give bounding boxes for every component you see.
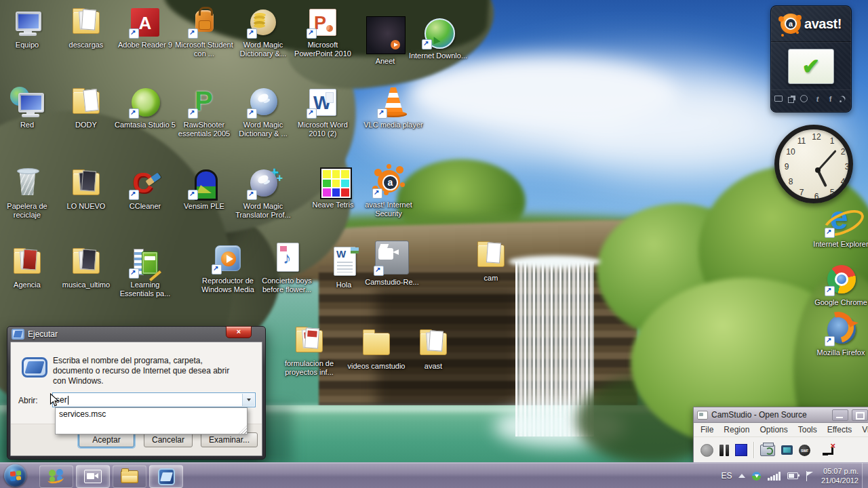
desktop-icon-avast-folder[interactable]: avast — [402, 327, 465, 371]
minimize-button[interactable] — [832, 409, 848, 421]
image-icon[interactable] — [781, 445, 793, 455]
folder-icon — [416, 327, 450, 361]
desktop-icon-formulacion[interactable]: formulacion de proyectos inf... — [278, 324, 340, 377]
shortcut-arrow-icon — [247, 28, 257, 39]
twitter-icon[interactable] — [813, 95, 822, 103]
start-button[interactable] — [4, 464, 26, 487]
avast-status-panel — [788, 49, 834, 84]
stop-button[interactable] — [735, 444, 747, 456]
desktop-icon-concierto[interactable]: Concierto boys before flower... — [256, 241, 318, 294]
desktop-icon-vlc[interactable]: VLC media player — [362, 85, 425, 129]
windows-flag-icon — [10, 470, 21, 481]
toolbar-separator — [753, 442, 754, 458]
clock-gadget[interactable]: 12 1 2 3 4 5 6 7 8 9 10 11 — [774, 125, 853, 203]
close-button[interactable]: × — [226, 326, 252, 338]
desktop-icon-dody[interactable]: DODY — [55, 85, 117, 129]
avi-frames-icon[interactable] — [760, 445, 775, 456]
desktop-icon-word[interactable]: Microsoft Word 2010 (2) — [292, 85, 354, 138]
clock-center — [815, 167, 821, 173]
menu-file[interactable]: File — [701, 425, 713, 434]
taskbar-button-explorer[interactable] — [113, 465, 146, 488]
desktop[interactable]: Equipo descargas Adobe Reader 9 Microsof… — [0, 0, 868, 488]
desktop-icon-videos-camstudio[interactable]: videos camstudio — [345, 327, 408, 371]
shortcut-arrow-icon — [129, 28, 139, 39]
rss-icon[interactable] — [839, 95, 848, 103]
clock-tray[interactable]: 05:07 p.m. 21/04/2012 — [821, 466, 859, 485]
ccleaner-icon — [128, 167, 162, 201]
desktop-icon-cam[interactable]: cam — [460, 239, 522, 283]
maximize-button[interactable] — [852, 409, 868, 421]
desktop-icon-internet-explorer[interactable]: Internet Explorer — [810, 205, 868, 249]
desktop-icon-mozilla-firefox[interactable]: Mozilla Firefox — [810, 313, 868, 357]
desktop-icon-word-magic-dictionary[interactable]: Word Magic Dictionary &... — [232, 5, 294, 58]
text-caret — [68, 396, 68, 405]
desktop-icon-neave-tetris[interactable]: Neave Tetris — [302, 165, 364, 209]
taskbar-button-run[interactable] — [149, 465, 183, 488]
pages-icon[interactable] — [787, 95, 796, 103]
screen-icon[interactable] — [774, 95, 783, 103]
battery-icon[interactable] — [787, 472, 798, 479]
vlc-cone-icon — [376, 85, 410, 119]
action-center-flag-icon[interactable] — [805, 471, 814, 481]
taskbar-button-camstudio[interactable] — [76, 465, 110, 488]
desktop-icon-red[interactable]: Red — [0, 85, 58, 129]
camstudio-titlebar[interactable]: CamStudio - Open Source — [694, 407, 868, 423]
facebook-icon[interactable] — [826, 95, 835, 103]
show-desktop-button[interactable] — [862, 463, 868, 488]
autocomplete-item[interactable]: services.msc — [56, 408, 247, 420]
globe-icon[interactable] — [800, 95, 809, 103]
desktop-icon-word-magic-dictionary-2[interactable]: Word Magic Dictionary & ... — [232, 85, 294, 138]
desktop-icon-agencia[interactable]: Agencia — [0, 245, 58, 289]
pause-button[interactable] — [719, 445, 729, 456]
desktop-icon-windows-media-player[interactable]: Reproductor de Windows Media — [197, 241, 259, 294]
desktop-icon-rawshooter[interactable]: RawShooter essentials 2005 — [173, 85, 235, 138]
cancelar-button[interactable]: Cancelar — [144, 432, 193, 447]
shortcut-arrow-icon — [188, 190, 198, 200]
play-badge-icon — [391, 40, 400, 49]
open-input[interactable]: ser — [52, 392, 256, 407]
desktop-icon-powerpoint[interactable]: Microsoft PowerPoint 2010 — [292, 5, 354, 58]
hidden-icons-arrow[interactable] — [738, 474, 745, 478]
combo-dropdown-button[interactable] — [242, 394, 254, 406]
menu-region[interactable]: Region — [724, 425, 749, 434]
folder-icon — [359, 327, 393, 361]
desktop-icon-ccleaner[interactable]: CCleaner — [114, 167, 176, 211]
desktop-icon-avast-is[interactable]: avast! Internet Security — [357, 165, 420, 218]
menu-options[interactable]: Options — [760, 425, 787, 434]
menu-effects[interactable]: Effects — [827, 425, 852, 434]
minute-hand — [817, 150, 836, 171]
desktop-icon-papelera[interactable]: Papelera de reciclaje — [0, 167, 58, 220]
network-icon[interactable] — [768, 472, 781, 481]
language-indicator[interactable]: ES — [721, 471, 732, 481]
desktop-icon-lo-nuevo[interactable]: LO NUEVO — [55, 167, 117, 211]
desktop-icon-internet-download-manager[interactable]: Internet Downlo... — [407, 16, 469, 60]
avast-gadget[interactable]: avast! — [770, 5, 852, 113]
desktop-icon-camtasia[interactable]: Camtasia Studio 5 — [114, 85, 176, 129]
menu-view[interactable]: View — [862, 425, 868, 434]
shortcut-arrow-icon — [247, 108, 257, 119]
resize-grip-icon[interactable] — [239, 426, 247, 434]
rawshooter-icon — [187, 85, 221, 119]
shortcut-arrow-icon — [247, 190, 257, 200]
desktop-icon-adobe-reader[interactable]: Adobe Reader 9 — [114, 5, 176, 49]
idm-tray-icon[interactable] — [752, 472, 761, 481]
camtasia-sphere-icon — [128, 85, 162, 119]
desktop-icon-word-magic-translator[interactable]: Word Magic Translator Prof... — [232, 167, 294, 220]
desktop-icon-camstudio-re[interactable]: Camstudio-Re... — [361, 239, 423, 287]
blue-sphere-icon — [246, 85, 280, 119]
desktop-icon-equipo[interactable]: Equipo — [0, 5, 58, 49]
desktop-icon-musica-ultimo[interactable]: musica_ultimo — [55, 245, 117, 289]
swf-icon[interactable] — [799, 445, 810, 456]
desktop-icon-descargas[interactable]: descargas — [55, 5, 117, 49]
desktop-icon-google-chrome[interactable]: Google Chrome — [810, 263, 868, 307]
desktop-icon-microsoft-student[interactable]: Microsoft Student con ... — [173, 5, 235, 58]
annotation-icon[interactable] — [822, 445, 835, 456]
menu-tools[interactable]: Tools — [798, 425, 817, 434]
desktop-icon-vensim[interactable]: Vensim PLE — [173, 167, 235, 211]
desktop-icon-learning-essentials[interactable]: Learning Essentials pa... — [114, 245, 176, 298]
aceptar-button[interactable]: Aceptar — [79, 432, 134, 447]
taskbar-button-messenger[interactable] — [39, 465, 73, 488]
record-button[interactable] — [701, 444, 713, 457]
run-dialog-titlebar[interactable]: Ejecutar × — [10, 327, 262, 342]
examinar-button[interactable]: Examinar... — [201, 432, 258, 447]
